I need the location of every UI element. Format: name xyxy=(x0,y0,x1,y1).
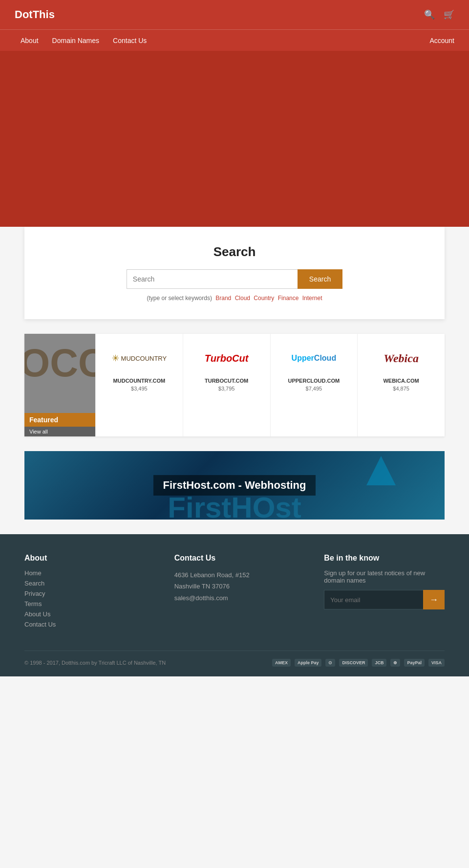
newsletter-email-input[interactable] xyxy=(324,590,423,609)
search-section: Search Search (type or select keywords) … xyxy=(24,227,445,319)
payment-mastercard: ⊕ xyxy=(390,659,400,667)
footer-link-about-us[interactable]: About Us xyxy=(24,610,145,618)
footer-address: 4636 Lebanon Road, #152 Nashville TN 370… xyxy=(174,569,295,604)
payment-diners: ⊙ xyxy=(325,659,335,667)
featured-bg-text: OCC xyxy=(24,344,95,383)
search-title: Search xyxy=(44,244,425,260)
footer-copyright: © 1998 - 2017, Dotthis.com by Tricraft L… xyxy=(24,660,166,666)
footer-grid: About Home Search Privacy Terms About Us… xyxy=(24,554,445,631)
product-card-turbocut[interactable]: TurboCut TURBOCUT.COM $3,795 xyxy=(183,334,270,436)
nav-about[interactable]: About xyxy=(15,33,44,48)
uppercloud-logo-text: UpperCloud xyxy=(292,354,337,363)
payment-icons: AMEX Apple Pay ⊙ DISCOVER JCB ⊕ PayPal V… xyxy=(272,659,445,667)
product-logo-webica: Webica xyxy=(362,344,440,373)
site-title[interactable]: DotThis xyxy=(15,8,55,21)
nav-bar: About Domain Names Contact Us Account xyxy=(0,29,469,51)
featured-label: Featured xyxy=(24,413,95,427)
product-card-uppercloud[interactable]: UpperCloud UPPERCLOUD.COM $7,495 xyxy=(270,334,358,436)
footer-link-contact-us[interactable]: Contact Us xyxy=(24,621,145,628)
keyword-cloud[interactable]: Cloud xyxy=(235,295,250,302)
product-price-uppercloud: $7,495 xyxy=(276,386,353,391)
footer-newsletter-heading: Be in the know xyxy=(324,554,445,563)
mudcountry-sun-icon: ✳ xyxy=(112,353,119,364)
footer-bottom: © 1998 - 2017, Dotthis.com by Tricraft L… xyxy=(24,651,445,667)
newsletter-row: → xyxy=(324,590,445,609)
product-price-turbocut: $3,795 xyxy=(188,386,265,391)
hero-banner xyxy=(0,51,469,227)
nav-account[interactable]: Account xyxy=(429,37,454,44)
payment-applepay: Apple Pay xyxy=(295,659,322,667)
footer-newsletter-text: Sign up for our latest notices of new do… xyxy=(324,569,445,584)
keyword-finance[interactable]: Finance xyxy=(278,295,299,302)
payment-visa: VISA xyxy=(428,659,445,667)
keywords-prefix: (type or select keywords) xyxy=(147,295,212,302)
product-logo-mudcountry: ✳ MUDCOUNTRY xyxy=(101,344,178,373)
footer-link-privacy[interactable]: Privacy xyxy=(24,590,145,597)
search-input[interactable] xyxy=(127,269,298,289)
keyword-country[interactable]: Country xyxy=(254,295,274,302)
products-section: OCC Featured View all ✳ MUDCOUNTRY MUDCO… xyxy=(0,319,469,451)
keyword-internet[interactable]: Internet xyxy=(302,295,322,302)
product-price-webica: $4,875 xyxy=(362,386,440,391)
header-icons: 🔍 🛒 xyxy=(424,9,454,20)
cart-icon[interactable]: 🛒 xyxy=(444,9,454,20)
search-icon[interactable]: 🔍 xyxy=(424,9,435,20)
banner-arrow-icon xyxy=(366,456,396,485)
product-name-turbocut: TURBOCUT.COM xyxy=(188,378,265,384)
banner-overlay-text: FirstHost.com - Webhosting xyxy=(153,475,316,496)
footer-link-terms[interactable]: Terms xyxy=(24,600,145,608)
product-name-webica: WEBICA.COM xyxy=(362,378,440,384)
footer-link-home[interactable]: Home xyxy=(24,569,145,577)
product-name-mudcountry: MUDCOUNTRY.COM xyxy=(101,378,178,384)
payment-jcb: JCB xyxy=(372,659,386,667)
payment-paypal: PayPal xyxy=(404,659,425,667)
search-button[interactable]: Search xyxy=(298,269,342,289)
turbocut-logo-text: TurboCut xyxy=(205,353,249,364)
newsletter-submit-button[interactable]: → xyxy=(423,590,445,609)
search-row: Search xyxy=(44,269,425,289)
footer-link-search[interactable]: Search xyxy=(24,580,145,587)
footer-address-line2: Nashville TN 37076 xyxy=(174,581,295,592)
product-name-uppercloud: UPPERCLOUD.COM xyxy=(276,378,353,384)
footer-newsletter-col: Be in the know Sign up for our latest no… xyxy=(324,554,445,631)
firsthost-banner[interactable]: FirstHOst FirstHost.com - Webhosting xyxy=(24,451,445,520)
product-card-mudcountry[interactable]: ✳ MUDCOUNTRY MUDCOUNTRY.COM $3,495 xyxy=(95,334,183,436)
keyword-brand[interactable]: Brand xyxy=(215,295,231,302)
view-all-button[interactable]: View all xyxy=(24,427,95,436)
payment-amex: AMEX xyxy=(272,659,291,667)
product-logo-uppercloud: UpperCloud xyxy=(276,344,353,373)
featured-card: OCC Featured View all xyxy=(24,334,95,436)
product-card-webica[interactable]: Webica WEBICA.COM $4,875 xyxy=(357,334,445,436)
top-header: DotThis 🔍 🛒 xyxy=(0,0,469,29)
footer-about-heading: About xyxy=(24,554,145,563)
search-keywords: (type or select keywords) Brand Cloud Co… xyxy=(44,295,425,302)
nav-contact-us[interactable]: Contact Us xyxy=(107,33,152,48)
footer-contact-col: Contact Us 4636 Lebanon Road, #152 Nashv… xyxy=(174,554,295,631)
products-grid: OCC Featured View all ✳ MUDCOUNTRY MUDCO… xyxy=(24,334,445,436)
footer-address-email: sales@dotthis.com xyxy=(174,592,295,604)
footer-about-col: About Home Search Privacy Terms About Us… xyxy=(24,554,145,631)
payment-discover: DISCOVER xyxy=(339,659,368,667)
product-logo-turbocut: TurboCut xyxy=(188,344,265,373)
webica-logo-text: Webica xyxy=(384,352,419,365)
mudcountry-logo-text: MUDCOUNTRY xyxy=(121,355,167,362)
footer: About Home Search Privacy Terms About Us… xyxy=(0,534,469,676)
footer-contact-heading: Contact Us xyxy=(174,554,295,563)
nav-left: About Domain Names Contact Us xyxy=(15,33,152,48)
footer-address-line1: 4636 Lebanon Road, #152 xyxy=(174,569,295,581)
nav-domain-names[interactable]: Domain Names xyxy=(46,33,105,48)
product-price-mudcountry: $3,495 xyxy=(101,386,178,391)
